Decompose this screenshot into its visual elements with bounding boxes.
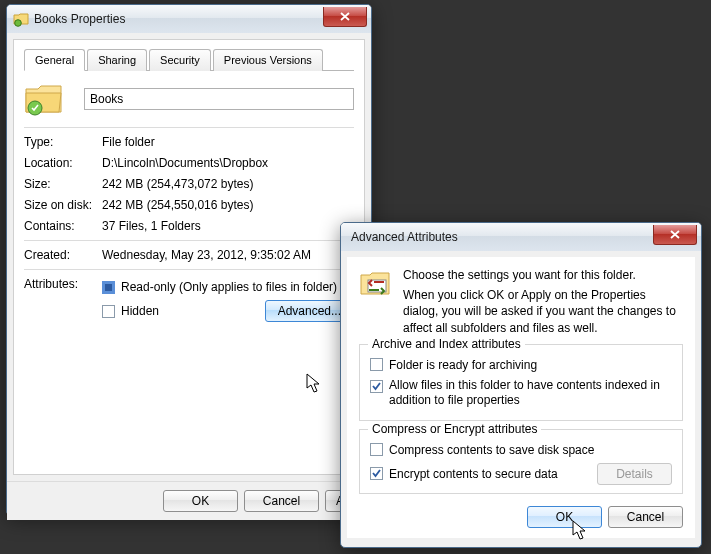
button-label: Cancel [263,494,300,508]
size-label: Size: [24,177,102,191]
tab-security[interactable]: Security [149,49,211,71]
location-value: D:\Lincoln\Documents\Dropbox [102,156,354,170]
encrypt-label: Encrypt contents to secure data [389,467,558,481]
tab-label: Sharing [98,54,136,66]
close-button[interactable] [323,7,367,27]
ok-button[interactable]: OK [527,506,602,528]
compress-label: Compress contents to save disk space [389,443,594,457]
group-legend: Archive and Index attributes [368,337,525,351]
compress-checkbox[interactable] [370,443,383,456]
folder-name-input[interactable] [84,88,354,110]
group-legend: Compress or Encrypt attributes [368,422,541,436]
archiving-label: Folder is ready for archiving [389,358,537,372]
type-label: Type: [24,135,102,149]
cancel-button[interactable]: Cancel [608,506,683,528]
contains-value: 37 Files, 1 Folders [102,219,354,233]
indexing-checkbox[interactable] [370,380,383,393]
properties-window: Books Properties General Sharing Securit… [6,4,372,516]
button-label: Advanced... [278,304,341,318]
separator [24,269,354,270]
readonly-label: Read-only (Only applies to files in fold… [121,280,337,294]
tab-sharing[interactable]: Sharing [87,49,147,71]
svg-point-0 [15,20,22,27]
properties-button-row: OK Cancel Apply [7,481,371,520]
folder-settings-icon [359,267,391,299]
tab-general[interactable]: General [24,49,85,71]
archiving-checkbox[interactable] [370,358,383,371]
properties-client: General Sharing Security Previous Versio… [13,39,365,475]
advanced-attributes-window: Advanced Attributes Choose the settings … [340,222,702,548]
button-label: Details [616,467,653,481]
contains-label: Contains: [24,219,102,233]
separator [24,240,354,241]
folder-icon [13,11,29,27]
tab-label: Previous Versions [224,54,312,66]
type-value: File folder [102,135,354,149]
advanced-client: Choose the settings you want for this fo… [347,257,695,538]
advanced-titlebar[interactable]: Advanced Attributes [341,223,701,251]
archive-index-group: Archive and Index attributes Folder is r… [359,344,683,421]
tab-label: Security [160,54,200,66]
compress-encrypt-group: Compress or Encrypt attributes Compress … [359,429,683,494]
intro-line-1: Choose the settings you want for this fo… [403,267,683,283]
size-on-disk-value: 242 MB (254,550,016 bytes) [102,198,354,212]
attributes-label: Attributes: [24,277,102,291]
tab-previous-versions[interactable]: Previous Versions [213,49,323,71]
indexing-label: Allow files in this folder to have conte… [389,378,672,409]
hidden-label: Hidden [121,304,159,318]
ok-button[interactable]: OK [163,490,238,512]
location-label: Location: [24,156,102,170]
created-value: Wednesday, May 23, 2012, 9:35:02 AM [102,248,354,262]
button-label: OK [556,510,573,524]
folder-large-icon [24,81,64,117]
advanced-title: Advanced Attributes [351,230,458,244]
properties-titlebar[interactable]: Books Properties [7,5,371,33]
encrypt-checkbox[interactable] [370,467,383,480]
intro-line-2: When you click OK or Apply on the Proper… [403,287,683,336]
properties-title: Books Properties [34,12,125,26]
close-button[interactable] [653,225,697,245]
created-label: Created: [24,248,102,262]
cancel-button[interactable]: Cancel [244,490,319,512]
button-label: OK [192,494,209,508]
size-value: 242 MB (254,473,072 bytes) [102,177,354,191]
hidden-checkbox[interactable] [102,305,115,318]
tab-label: General [35,54,74,66]
details-button[interactable]: Details [597,463,672,485]
size-on-disk-label: Size on disk: [24,198,102,212]
button-label: Cancel [627,510,664,524]
separator [24,127,354,128]
tab-strip: General Sharing Security Previous Versio… [24,48,354,71]
readonly-checkbox[interactable] [102,281,115,294]
